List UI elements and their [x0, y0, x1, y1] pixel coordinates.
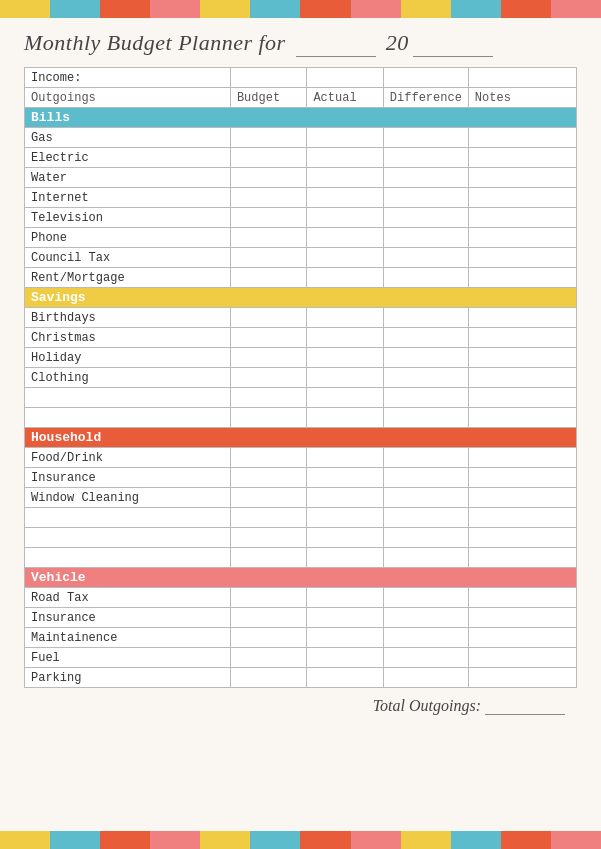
- gas-actual[interactable]: [307, 128, 383, 148]
- item-food-drink: Food/Drink: [25, 448, 231, 468]
- gas-budget[interactable]: [230, 128, 306, 148]
- bstrip-11: [501, 831, 551, 849]
- strip-6: [250, 0, 300, 18]
- item-clothing: Clothing: [25, 368, 231, 388]
- item-internet: Internet: [25, 188, 231, 208]
- table-row: Fuel: [25, 648, 577, 668]
- table-row: Window Cleaning: [25, 488, 577, 508]
- table-row: Electric: [25, 148, 577, 168]
- table-row: Insurance: [25, 608, 577, 628]
- table-row: Christmas: [25, 328, 577, 348]
- item-christmas: Christmas: [25, 328, 231, 348]
- page: Monthly Budget Planner for 20 Income:: [0, 0, 601, 849]
- section-header-savings: Savings: [25, 288, 577, 308]
- item-television: Television: [25, 208, 231, 228]
- bstrip-7: [300, 831, 350, 849]
- gas-diff[interactable]: [383, 128, 468, 148]
- header-outgoings: Outgoings: [25, 88, 231, 108]
- bstrip-2: [50, 831, 100, 849]
- gas-notes[interactable]: [468, 128, 576, 148]
- strip-5: [200, 0, 250, 18]
- item-maintainence: Maintainence: [25, 628, 231, 648]
- item-insurance-vehicle: Insurance: [25, 608, 231, 628]
- table-row: Birthdays: [25, 308, 577, 328]
- bstrip-10: [451, 831, 501, 849]
- budget-table: Income: Outgoings Budget Actual Differen…: [24, 67, 577, 688]
- item-phone: Phone: [25, 228, 231, 248]
- item-water: Water: [25, 168, 231, 188]
- strip-10: [451, 0, 501, 18]
- table-row: Parking: [25, 668, 577, 688]
- item-electric: Electric: [25, 148, 231, 168]
- item-fuel: Fuel: [25, 648, 231, 668]
- table-row-empty: [25, 528, 577, 548]
- strip-2: [50, 0, 100, 18]
- item-gas: Gas: [25, 128, 231, 148]
- header-actual: Actual: [307, 88, 383, 108]
- title-year-line[interactable]: [413, 30, 493, 57]
- total-outgoings-row: Total Outgoings:: [24, 696, 577, 715]
- table-row: Road Tax: [25, 588, 577, 608]
- table-row: Rent/Mortgage: [25, 268, 577, 288]
- table-row: Clothing: [25, 368, 577, 388]
- column-header-row: Outgoings Budget Actual Difference Notes: [25, 88, 577, 108]
- table-row: Gas: [25, 128, 577, 148]
- strip-3: [100, 0, 150, 18]
- income-notes[interactable]: [468, 68, 576, 88]
- bstrip-9: [401, 831, 451, 849]
- section-header-bills: Bills: [25, 108, 577, 128]
- bstrip-4: [150, 831, 200, 849]
- bstrip-1: [0, 831, 50, 849]
- bstrip-3: [100, 831, 150, 849]
- strip-12: [551, 0, 601, 18]
- strip-8: [351, 0, 401, 18]
- bstrip-5: [200, 831, 250, 849]
- section-header-household: Household: [25, 428, 577, 448]
- table-row-empty: [25, 548, 577, 568]
- title-name-line[interactable]: [296, 30, 376, 57]
- header-difference: Difference: [383, 88, 468, 108]
- header-notes: Notes: [468, 88, 576, 108]
- strip-9: [401, 0, 451, 18]
- item-insurance-household: Insurance: [25, 468, 231, 488]
- table-row: Holiday: [25, 348, 577, 368]
- bottom-color-strip: [0, 831, 601, 849]
- title-year-prefix: 20: [380, 30, 409, 55]
- item-window-cleaning: Window Cleaning: [25, 488, 231, 508]
- strip-11: [501, 0, 551, 18]
- strip-7: [300, 0, 350, 18]
- title-prefix: Monthly Budget Planner for: [24, 30, 292, 55]
- table-row: Food/Drink: [25, 448, 577, 468]
- item-holiday: Holiday: [25, 348, 231, 368]
- item-parking: Parking: [25, 668, 231, 688]
- income-budget[interactable]: [230, 68, 306, 88]
- item-birthdays: Birthdays: [25, 308, 231, 328]
- page-title: Monthly Budget Planner for 20: [24, 30, 577, 57]
- table-row: Maintainence: [25, 628, 577, 648]
- main-content: Monthly Budget Planner for 20 Income:: [0, 18, 601, 831]
- bstrip-12: [551, 831, 601, 849]
- table-row: Phone: [25, 228, 577, 248]
- table-row: Insurance: [25, 468, 577, 488]
- section-header-vehicle: Vehicle: [25, 568, 577, 588]
- table-row-empty: [25, 408, 577, 428]
- table-row: Internet: [25, 188, 577, 208]
- table-row: Water: [25, 168, 577, 188]
- income-difference[interactable]: [383, 68, 468, 88]
- top-color-strip: [0, 0, 601, 18]
- table-row-empty: [25, 508, 577, 528]
- bstrip-8: [351, 831, 401, 849]
- table-row: Television: [25, 208, 577, 228]
- income-row: Income:: [25, 68, 577, 88]
- item-rent-mortgage: Rent/Mortgage: [25, 268, 231, 288]
- strip-1: [0, 0, 50, 18]
- bstrip-6: [250, 831, 300, 849]
- total-label: Total Outgoings:: [373, 697, 481, 715]
- table-row-empty: [25, 388, 577, 408]
- income-actual[interactable]: [307, 68, 383, 88]
- strip-4: [150, 0, 200, 18]
- income-label: Income:: [25, 68, 231, 88]
- item-road-tax: Road Tax: [25, 588, 231, 608]
- table-row: Council Tax: [25, 248, 577, 268]
- total-value-line[interactable]: [485, 696, 565, 715]
